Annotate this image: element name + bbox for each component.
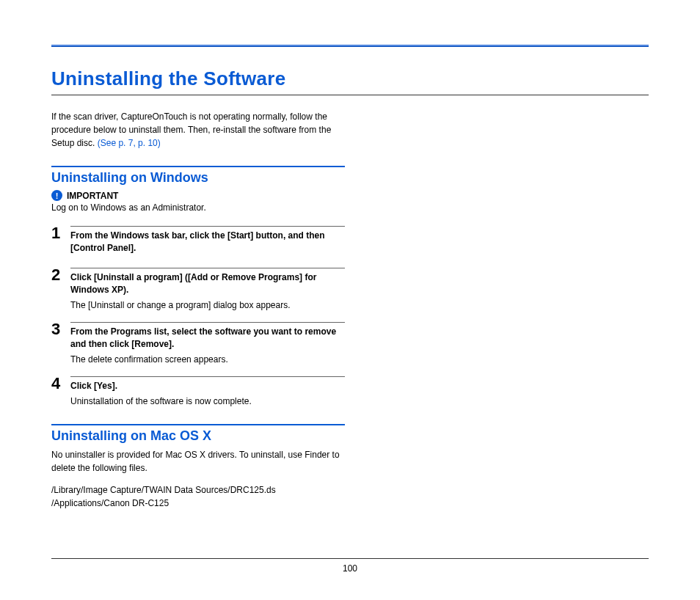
step-title: From the Windows task bar, click the [St… (70, 230, 345, 255)
mac-heading: Uninstalling on Mac OS X (51, 424, 345, 444)
step-number: 4 (51, 376, 63, 408)
step-body: Click [Uninstall a program] ([Add or Rem… (70, 268, 345, 312)
step-number: 1 (51, 225, 63, 257)
mac-text: No uninstaller is provided for Mac OS X … (51, 448, 345, 475)
step-description: The delete confirmation screen appears. (70, 354, 345, 366)
step-title: Click [Uninstall a program] ([Add or Rem… (70, 271, 345, 297)
step-3: 3 From the Programs list, select the sof… (51, 322, 345, 366)
intro-paragraph: If the scan driver, CaptureOnTouch is no… (51, 110, 345, 150)
step-body: From the Programs list, select the softw… (70, 322, 345, 366)
step-1: 1 From the Windows task bar, click the [… (51, 226, 345, 257)
important-label: IMPORTANT (67, 191, 118, 201)
file-path: /Library/Image Capture/TWAIN Data Source… (51, 483, 345, 497)
step-body: From the Windows task bar, click the [St… (70, 226, 345, 257)
step-number: 3 (51, 321, 63, 366)
step-2: 2 Click [Uninstall a program] ([Add or R… (51, 268, 345, 312)
step-4: 4 Click [Yes]. Uninstallation of the sof… (51, 376, 345, 408)
important-callout: ! IMPORTANT (51, 190, 345, 201)
important-text: Log on to Windows as an Administrator. (51, 202, 345, 213)
step-description: The [Uninstall or change a program] dial… (70, 299, 345, 312)
page-footer: 100 (51, 558, 649, 574)
windows-heading: Uninstalling on Windows (51, 166, 345, 186)
file-path: /Applications/Canon DR-C125 (51, 497, 345, 510)
page-number: 100 (343, 563, 357, 574)
header-rule (51, 44, 649, 47)
cross-ref-link[interactable]: (See p. 7, p. 10) (98, 138, 161, 148)
step-body: Click [Yes]. Uninstallation of the softw… (70, 376, 345, 408)
step-number: 2 (51, 267, 63, 312)
intro-text: If the scan driver, CaptureOnTouch is no… (51, 111, 331, 148)
mac-paths: /Library/Image Capture/TWAIN Data Source… (51, 483, 345, 510)
page-title: Uninstalling the Software (51, 67, 649, 95)
step-title: From the Programs list, select the softw… (70, 326, 345, 351)
step-title: Click [Yes]. (70, 380, 345, 392)
content-column: If the scan driver, CaptureOnTouch is no… (51, 110, 345, 510)
document-page: Uninstalling the Software If the scan dr… (0, 0, 700, 600)
important-icon: ! (51, 190, 62, 201)
step-description: Uninstallation of the software is now co… (70, 395, 345, 408)
